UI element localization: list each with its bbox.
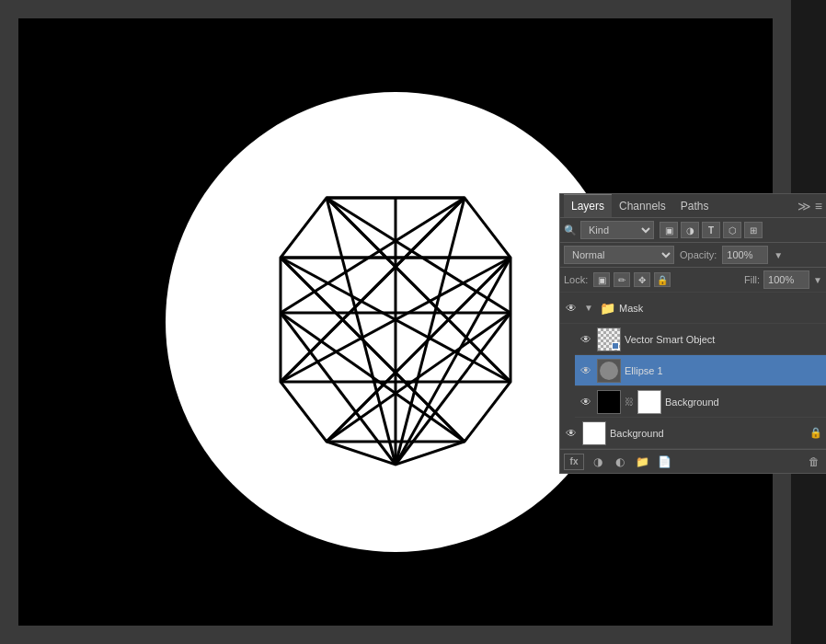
- panel-menu-icon[interactable]: ≡: [815, 199, 822, 213]
- blend-row: Normal Multiply Screen Overlay Opacity: …: [560, 243, 826, 268]
- opacity-input[interactable]: [722, 246, 768, 264]
- fill-arrow: ▼: [813, 275, 822, 285]
- svg-line-10: [281, 198, 465, 313]
- visibility-icon-bg-inner[interactable]: 👁: [579, 395, 593, 409]
- lock-paint-btn[interactable]: ✏: [614, 272, 630, 287]
- circle-container: .gem-line { stroke: #000; stroke-width: …: [166, 92, 625, 552]
- lock-row: Lock: ▣ ✏ ✥ 🔒 Fill: ▼: [560, 268, 826, 293]
- visibility-icon-ellipse[interactable]: 👁: [579, 363, 593, 378]
- bg-inner-thumbnail: [597, 390, 621, 414]
- fill-input[interactable]: [763, 270, 809, 289]
- add-mask-button[interactable]: ◑: [590, 454, 606, 470]
- layer-name-mask: Mask: [619, 303, 822, 314]
- layer-name-bg-inner: Background: [665, 397, 822, 408]
- filter-adjustment-icon[interactable]: ◑: [681, 222, 699, 238]
- lock-move-btn[interactable]: ✥: [634, 272, 650, 287]
- tab-layers[interactable]: Layers: [564, 194, 612, 217]
- new-layer-button[interactable]: 📄: [656, 454, 672, 470]
- visibility-icon-mask[interactable]: 👁: [564, 301, 579, 316]
- lock-all-btn[interactable]: 🔒: [654, 272, 671, 287]
- search-icon-small: 🔍: [564, 224, 577, 236]
- tab-paths[interactable]: Paths: [673, 194, 717, 217]
- layer-item-vso[interactable]: 👁 Vector Smart Object: [575, 324, 826, 355]
- filter-pixel-icon[interactable]: ▣: [660, 222, 678, 238]
- layer-name-vso: Vector Smart Object: [625, 334, 822, 345]
- svg-line-7: [327, 198, 511, 313]
- lock-label: Lock:: [564, 274, 588, 285]
- svg-line-8: [327, 198, 396, 465]
- bg-thumbnail: [582, 421, 606, 445]
- delete-layer-button[interactable]: 🗑: [806, 454, 822, 470]
- visibility-icon-vso[interactable]: 👁: [579, 332, 593, 347]
- vso-thumbnail: [597, 328, 621, 351]
- filter-smart-icon[interactable]: ⊞: [744, 222, 763, 238]
- fill-label: Fill:: [744, 274, 760, 285]
- svg-line-11: [396, 198, 465, 465]
- lock-transparency-btn[interactable]: ▣: [593, 272, 610, 287]
- fx-button[interactable]: fx: [564, 454, 584, 470]
- filter-type-icon[interactable]: T: [702, 222, 720, 238]
- layer-name-background: Background: [610, 428, 806, 439]
- kind-filter-icons: ▣ ◑ T ⬡ ⊞: [660, 222, 763, 238]
- ellipse-thumbnail: [597, 359, 621, 383]
- layers-panel: Layers Channels Paths ≫ ≡ 🔍 Kind ▣ ◑ T ⬡…: [559, 193, 826, 474]
- blend-mode-select[interactable]: Normal Multiply Screen Overlay: [564, 246, 674, 264]
- link-mask-icon: ⛓: [625, 397, 634, 407]
- panel-expand-icon[interactable]: ≫: [797, 199, 811, 213]
- tab-channels[interactable]: Channels: [612, 194, 673, 217]
- layer-item-background-inner[interactable]: 👁 ⛓ Background: [575, 386, 826, 418]
- lock-icon-bg: 🔒: [809, 427, 822, 439]
- expand-icon-mask[interactable]: ▼: [582, 302, 595, 315]
- layer-item-ellipse[interactable]: 👁 Ellipse 1: [575, 355, 826, 386]
- filter-shape-icon[interactable]: ⬡: [723, 222, 741, 238]
- panel-bottom-bar: fx ◑ ◐ 📁 📄 🗑: [560, 449, 826, 473]
- layer-list: 👁 ▼ 📁 Mask 👁 Vector Smart Object 👁 Ellip…: [560, 293, 826, 449]
- kind-row: 🔍 Kind ▣ ◑ T ⬡ ⊞: [560, 218, 826, 243]
- layer-name-ellipse: Ellipse 1: [625, 365, 822, 376]
- kind-select[interactable]: Kind: [580, 221, 654, 239]
- opacity-label: Opacity:: [680, 249, 717, 260]
- layer-item-background[interactable]: 👁 Background 🔒: [560, 418, 826, 449]
- panel-tabs: Layers Channels Paths ≫ ≡: [560, 194, 826, 218]
- folder-icon-mask: 📁: [599, 300, 615, 316]
- adjustment-layer-button[interactable]: ◐: [612, 454, 628, 470]
- opacity-arrow: ▼: [774, 250, 783, 260]
- layer-item-mask-group[interactable]: 👁 ▼ 📁 Mask: [560, 293, 826, 324]
- new-group-button[interactable]: 📁: [634, 454, 650, 470]
- panel-header-icons: ≫ ≡: [797, 199, 822, 213]
- diamond-shape: .gem-line { stroke: #000; stroke-width: …: [248, 147, 543, 497]
- visibility-icon-bg[interactable]: 👁: [564, 426, 579, 441]
- bg-mask-thumbnail: [637, 390, 661, 414]
